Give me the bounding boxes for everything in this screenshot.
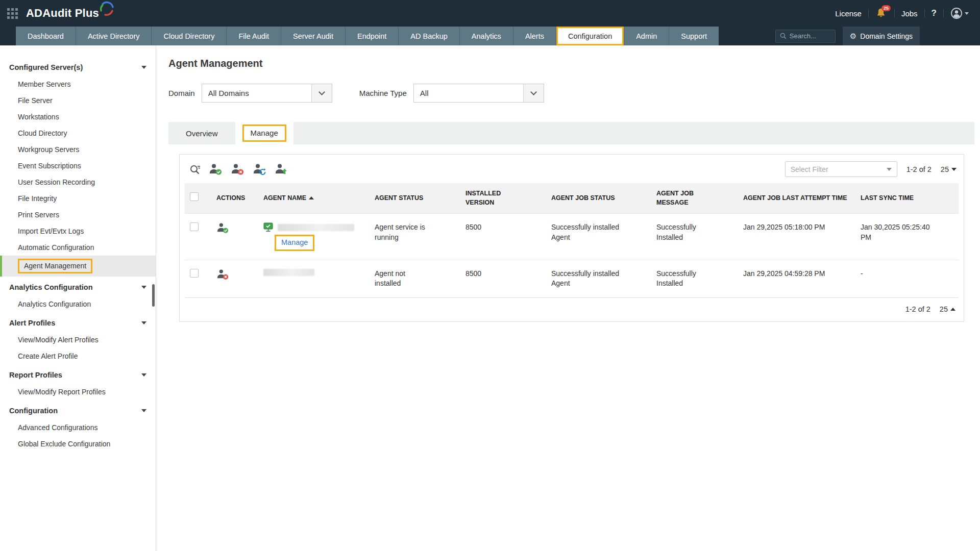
nav-tab-dashboard[interactable]: Dashboard	[16, 27, 76, 45]
manage-agent-link[interactable]: Manage	[281, 238, 308, 246]
apps-grid-icon[interactable]	[7, 8, 18, 19]
restart-agent-icon[interactable]	[253, 163, 267, 176]
pagination-range-bottom: 1-2 of 2	[905, 305, 930, 313]
col-installed-version: INSTALLED VERSION	[460, 183, 546, 214]
agent-not-installed-icon[interactable]	[216, 269, 253, 280]
install-agent-icon[interactable]	[209, 163, 223, 176]
nav-tab-server-audit[interactable]: Server Audit	[281, 27, 345, 45]
page-size-dropdown[interactable]: 25	[941, 165, 957, 173]
nav-tab-file-audit[interactable]: File Audit	[226, 27, 281, 45]
col-agent-name[interactable]: AGENT NAME	[258, 183, 370, 214]
select-filter-placeholder: Select Filter	[791, 165, 887, 173]
col-last-sync-time: LAST SYNC TIME	[855, 183, 959, 214]
select-filter-dropdown[interactable]: Select Filter	[785, 161, 897, 177]
nav-tab-analytics[interactable]: Analytics	[459, 27, 513, 45]
agent-job-status-value: Successfully installed Agent	[551, 222, 632, 242]
chevron-down-icon	[141, 409, 146, 412]
select-all-header	[185, 183, 211, 214]
installed-version-value: 8500	[465, 223, 481, 231]
nav-tab-configuration[interactable]: Configuration	[556, 27, 624, 45]
sidebar-item-global-exclude-configuration[interactable]: Global Exclude Configuration	[0, 436, 156, 452]
sidebar-section-configured-servers[interactable]: Configured Server(s)	[0, 59, 156, 76]
user-menu[interactable]	[950, 7, 969, 19]
agent-installed-icon[interactable]	[216, 222, 253, 234]
sidebar-item-user-session-recording[interactable]: User Session Recording	[0, 174, 156, 190]
machine-type-filter-label: Machine Type	[359, 89, 407, 97]
pagination-range: 1-2 of 2	[906, 165, 932, 173]
sidebar-scrollbar[interactable]	[152, 284, 155, 307]
chevron-up-icon	[950, 308, 955, 311]
help-icon[interactable]: ?	[932, 8, 937, 18]
sidebar-item-file-integrity[interactable]: File Integrity	[0, 190, 156, 207]
chevron-down-icon	[141, 66, 146, 69]
chevron-down-icon	[141, 373, 146, 377]
top-header: ADAudit Plus License 25 Jobs ?	[0, 0, 980, 27]
machine-type-select-value: All	[414, 89, 523, 97]
redacted-agent-name	[263, 269, 314, 276]
sidebar: Configured Server(s) Member Servers File…	[0, 45, 156, 551]
agents-table-panel: Select Filter 1-2 of 2 25	[179, 154, 964, 322]
sidebar-item-print-servers[interactable]: Print Servers	[0, 207, 156, 223]
tab-manage[interactable]: Manage	[235, 122, 293, 144]
agent-status-value: Agent service is running	[375, 222, 432, 242]
sidebar-item-analytics-configuration[interactable]: Analytics Configuration	[0, 296, 156, 312]
nav-tab-alerts[interactable]: Alerts	[513, 27, 556, 45]
sidebar-item-member-servers[interactable]: Member Servers	[0, 76, 156, 92]
col-agent-job-last-attempt: AGENT JOB LAST ATTEMPT TIME	[738, 183, 855, 214]
search-input[interactable]	[790, 32, 830, 40]
sidebar-item-cloud-directory[interactable]: Cloud Directory	[0, 125, 156, 141]
agent-monitor-ok-icon	[263, 222, 274, 232]
chevron-down-icon	[141, 321, 146, 324]
sidebar-item-workstations[interactable]: Workstations	[0, 109, 156, 125]
sidebar-section-analytics-configuration[interactable]: Analytics Configuration	[0, 279, 156, 296]
main-navbar: Dashboard Active Directory Cloud Directo…	[0, 27, 980, 45]
global-search[interactable]	[775, 30, 836, 43]
chevron-down-icon	[318, 89, 325, 95]
sidebar-section-report-profiles[interactable]: Report Profiles	[0, 366, 156, 384]
chevron-down-icon	[965, 12, 969, 15]
col-agent-job-message: AGENT JOB MESSAGE	[651, 183, 738, 214]
col-agent-job-status: AGENT JOB STATUS	[546, 183, 651, 214]
tab-overview[interactable]: Overview	[168, 122, 235, 144]
domain-settings-button[interactable]: ⚙ Domain Settings	[843, 27, 920, 45]
notifications-bell-icon[interactable]: 25	[875, 7, 888, 19]
sidebar-section-configuration[interactable]: Configuration	[0, 402, 156, 419]
last-sync-time-value: Jan 30,2025 05:25:40 PM	[861, 222, 937, 242]
sidebar-item-view-modify-report-profiles[interactable]: View/Modify Report Profiles	[0, 384, 156, 400]
nav-tab-ad-backup[interactable]: AD Backup	[398, 27, 459, 45]
nav-tab-active-directory[interactable]: Active Directory	[76, 27, 152, 45]
search-icon	[780, 33, 787, 39]
select-all-checkbox[interactable]	[190, 192, 199, 201]
page-size-dropdown-bottom[interactable]: 25	[940, 305, 955, 313]
jobs-link[interactable]: Jobs	[901, 9, 918, 18]
nav-tab-support[interactable]: Support	[669, 27, 719, 45]
sidebar-item-create-alert-profile[interactable]: Create Alert Profile	[0, 348, 156, 364]
sidebar-item-file-server[interactable]: File Server	[0, 92, 156, 109]
nav-tab-endpoint[interactable]: Endpoint	[345, 27, 398, 45]
sidebar-item-workgroup-servers[interactable]: Workgroup Servers	[0, 141, 156, 158]
annotation-highlight-box: Manage	[275, 235, 314, 251]
nav-tab-cloud-directory[interactable]: Cloud Directory	[151, 27, 226, 45]
sidebar-item-import-evt-logs[interactable]: Import Evt/Evtx Logs	[0, 223, 156, 239]
machine-type-select[interactable]: All	[413, 84, 544, 103]
sidebar-item-event-subscriptions[interactable]: Event Subscriptions	[0, 158, 156, 174]
nav-tab-admin[interactable]: Admin	[624, 27, 669, 45]
sidebar-item-automatic-configuration[interactable]: Automatic Configuration	[0, 239, 156, 256]
sidebar-item-view-modify-alert-profiles[interactable]: View/Modify Alert Profiles	[0, 332, 156, 348]
license-link[interactable]: License	[835, 9, 862, 18]
chevron-down-icon	[141, 286, 146, 289]
installed-version-value: 8500	[465, 269, 481, 278]
sidebar-section-alert-profiles[interactable]: Alert Profiles	[0, 314, 156, 332]
avatar-icon	[950, 7, 963, 19]
row-checkbox[interactable]	[190, 269, 199, 278]
divider	[924, 9, 925, 17]
uninstall-agent-icon[interactable]	[231, 163, 245, 176]
upgrade-agent-icon[interactable]	[275, 163, 289, 176]
table-row: Manage Agent service is running 8500 Suc…	[185, 214, 959, 260]
domain-select[interactable]: All Domains	[202, 84, 332, 103]
row-checkbox[interactable]	[190, 222, 199, 231]
redacted-agent-name	[278, 224, 354, 231]
sidebar-item-advanced-configurations[interactable]: Advanced Configurations	[0, 419, 156, 436]
search-columns-icon[interactable]	[189, 163, 201, 176]
sidebar-item-agent-management[interactable]: Agent Management	[0, 256, 156, 277]
